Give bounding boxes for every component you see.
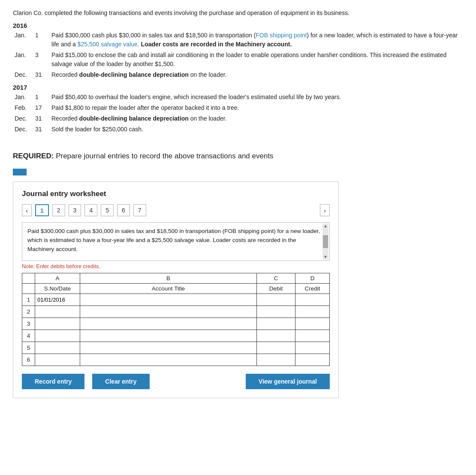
tab-1[interactable]: 1 xyxy=(35,204,49,216)
table-row: 5 xyxy=(22,342,330,354)
transaction-row: Dec. 31 Recorded double-declining balanc… xyxy=(13,113,463,124)
col-debit-subheader: Debit xyxy=(257,284,295,294)
debit-cell[interactable] xyxy=(257,330,295,342)
transaction-row: Dec. 31 Recorded double-declining balanc… xyxy=(13,70,463,80)
debit-input[interactable] xyxy=(257,342,295,354)
debit-cell[interactable] xyxy=(257,342,295,354)
account-cell[interactable] xyxy=(80,318,257,330)
account-cell[interactable] xyxy=(80,306,257,318)
scroll-down-icon[interactable]: ▼ xyxy=(323,255,328,259)
intro-paragraph: Clarion Co. completed the following tran… xyxy=(13,9,463,18)
date-input[interactable] xyxy=(35,306,80,318)
tab-4[interactable]: 4 xyxy=(84,204,97,216)
col-c-header: C xyxy=(257,273,295,284)
date-input[interactable] xyxy=(35,330,80,342)
journal-entry-worksheet: Journal entry worksheet ‹ 1 2 3 4 5 6 7 … xyxy=(13,182,339,398)
account-cell[interactable] xyxy=(80,294,257,306)
date-cell[interactable] xyxy=(35,294,80,306)
table-row: 4 xyxy=(22,330,330,342)
credit-input[interactable] xyxy=(295,318,329,330)
row-number: 2 xyxy=(22,306,35,318)
debit-input[interactable] xyxy=(257,330,295,342)
debit-cell[interactable] xyxy=(257,306,295,318)
credit-input[interactable] xyxy=(295,342,329,354)
tab-3[interactable]: 3 xyxy=(69,204,81,216)
tab-navigation: ‹ 1 2 3 4 5 6 7 › xyxy=(22,204,330,216)
credit-input[interactable] xyxy=(295,354,329,366)
debit-input[interactable] xyxy=(257,306,295,318)
debit-input[interactable] xyxy=(257,318,295,330)
row-number: 1 xyxy=(22,294,35,306)
account-cell[interactable] xyxy=(80,354,257,366)
year-2017-heading: 2017 xyxy=(13,84,463,91)
clear-entry-button[interactable]: Clear entry xyxy=(92,374,149,389)
debit-input[interactable] xyxy=(257,294,295,306)
account-input[interactable] xyxy=(80,354,256,366)
col-rownum-subheader xyxy=(22,284,35,294)
table-row: 2 xyxy=(22,306,330,318)
transactions-2016: Jan. 1 Paid $300,000 cash plus $30,000 i… xyxy=(13,30,463,80)
date-input[interactable] xyxy=(35,342,80,354)
account-input[interactable] xyxy=(80,318,256,330)
debit-cell[interactable] xyxy=(257,294,295,306)
scrollbar-thumb[interactable] xyxy=(323,235,328,248)
debit-cell[interactable] xyxy=(257,318,295,330)
row-number: 5 xyxy=(22,342,35,354)
account-input[interactable] xyxy=(80,306,256,318)
col-account-subheader: Account Title xyxy=(80,284,257,294)
date-cell[interactable] xyxy=(35,318,80,330)
table-row: 3 xyxy=(22,318,330,330)
date-cell[interactable] xyxy=(35,330,80,342)
scrollbar[interactable]: ▲ ▼ xyxy=(322,224,328,260)
account-input[interactable] xyxy=(80,294,256,306)
transaction-row: Feb. 17 Paid $1,800 to repair the loader… xyxy=(13,103,463,113)
credit-input[interactable] xyxy=(295,330,329,342)
credit-cell[interactable] xyxy=(295,294,330,306)
transaction-row: Jan. 3 Paid $15,000 to enclose the cab a… xyxy=(13,50,463,70)
credit-cell[interactable] xyxy=(295,342,330,354)
required-text: REQUIRED: Prepare journal entries to rec… xyxy=(13,152,463,160)
row-number: 3 xyxy=(22,318,35,330)
journal-entry-table: A B C D S.No/Date Account Title Debit Cr… xyxy=(22,273,330,366)
credit-cell[interactable] xyxy=(295,318,330,330)
debit-input[interactable] xyxy=(257,354,295,366)
debit-cell[interactable] xyxy=(257,354,295,366)
credit-input[interactable] xyxy=(295,294,329,306)
row-number: 6 xyxy=(22,354,35,366)
date-cell[interactable] xyxy=(35,354,80,366)
date-input[interactable] xyxy=(35,294,80,306)
tab-6[interactable]: 6 xyxy=(117,204,130,216)
tab-next-button[interactable]: › xyxy=(320,204,330,216)
credit-cell[interactable] xyxy=(295,306,330,318)
view-transaction-list-button[interactable] xyxy=(13,169,27,175)
date-cell[interactable] xyxy=(35,342,80,354)
view-general-journal-button[interactable]: View general journal xyxy=(246,374,330,389)
date-cell[interactable] xyxy=(35,306,80,318)
table-row: 1 xyxy=(22,294,330,306)
tab-2[interactable]: 2 xyxy=(52,204,65,216)
record-entry-button[interactable]: Record entry xyxy=(22,374,84,389)
account-input[interactable] xyxy=(80,330,256,342)
transaction-description: Paid $300,000 cash plus $30,000 in sales… xyxy=(22,222,330,261)
tab-7[interactable]: 7 xyxy=(133,204,146,216)
year-2016-heading: 2016 xyxy=(13,22,463,29)
col-sno-subheader: S.No/Date xyxy=(35,284,80,294)
row-number: 4 xyxy=(22,330,35,342)
tab-5[interactable]: 5 xyxy=(101,204,114,216)
account-cell[interactable] xyxy=(80,342,257,354)
transaction-row: Dec. 31 Sold the loader for $250,000 cas… xyxy=(13,124,463,135)
scroll-up-icon[interactable]: ▲ xyxy=(323,224,328,228)
date-input[interactable] xyxy=(35,354,80,366)
col-a-header: A xyxy=(35,273,80,284)
action-buttons: Record entry Clear entry View general jo… xyxy=(22,374,330,389)
account-cell[interactable] xyxy=(80,330,257,342)
col-d-header: D xyxy=(295,273,330,284)
col-empty-header xyxy=(22,273,35,284)
credit-input[interactable] xyxy=(295,306,329,318)
credit-cell[interactable] xyxy=(295,354,330,366)
tab-prev-button[interactable]: ‹ xyxy=(22,204,32,216)
date-input[interactable] xyxy=(35,318,80,330)
credit-cell[interactable] xyxy=(295,330,330,342)
col-b-header: B xyxy=(80,273,257,284)
account-input[interactable] xyxy=(80,342,256,354)
